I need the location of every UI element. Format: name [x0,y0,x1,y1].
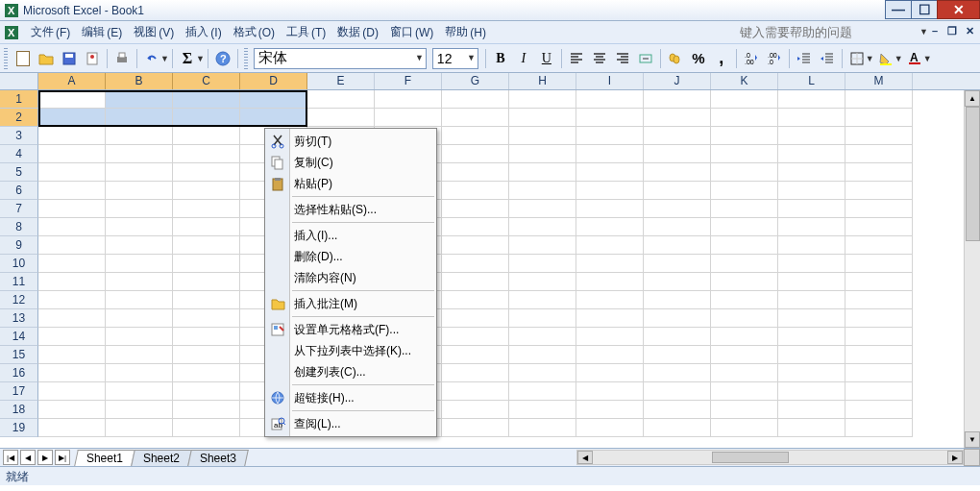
save-button[interactable] [59,48,80,69]
cell-G10[interactable] [442,255,509,273]
cell-H14[interactable] [509,328,576,346]
cell-B12[interactable] [106,291,173,309]
font-name-selector[interactable]: 宋体▼ [254,48,427,69]
cell-C10[interactable] [173,255,240,273]
cell-L3[interactable] [778,127,845,145]
cell-H12[interactable] [509,291,576,309]
cell-L13[interactable] [778,309,845,328]
cell-H19[interactable] [509,419,576,437]
cell-B19[interactable] [106,419,173,437]
cell-B14[interactable] [106,328,173,346]
cell-K2[interactable] [711,109,778,127]
cell-A1[interactable] [38,90,106,109]
cell-L5[interactable] [778,163,845,182]
cell-I15[interactable] [576,346,644,364]
borders-button[interactable] [846,48,868,69]
cell-A14[interactable] [38,328,106,346]
ctx-查阅l[interactable]: ab查阅(L)... [265,413,436,434]
cell-G19[interactable] [442,419,509,437]
cell-A5[interactable] [38,163,106,182]
cell-K17[interactable] [711,382,778,401]
cell-K18[interactable] [711,401,778,419]
cell-I6[interactable] [576,182,644,200]
row-header-11[interactable]: 11 [0,273,38,291]
cell-H10[interactable] [509,255,576,273]
cell-B2[interactable] [106,109,173,127]
cell-L10[interactable] [778,255,845,273]
cell-M5[interactable] [845,163,913,182]
cell-J11[interactable] [644,273,711,291]
column-header-D[interactable]: D [240,73,307,89]
cell-F1[interactable] [375,90,442,109]
cell-K4[interactable] [711,145,778,163]
cell-C17[interactable] [173,382,240,401]
cell-K11[interactable] [711,273,778,291]
cell-B4[interactable] [106,145,173,163]
cell-L7[interactable] [778,200,845,218]
cell-M4[interactable] [845,145,913,163]
sheet-tab-Sheet1[interactable]: Sheet1 [74,450,135,466]
cell-E2[interactable] [307,109,375,127]
cell-L14[interactable] [778,328,845,346]
cell-L2[interactable] [778,109,845,127]
help-search-input[interactable] [740,23,913,40]
cell-J18[interactable] [644,401,711,419]
column-header-F[interactable]: F [375,73,442,89]
ctx-从下拉列表中选择k[interactable]: 从下拉列表中选择(K)... [265,340,436,361]
percent-button[interactable]: % [688,48,709,69]
cell-K14[interactable] [711,328,778,346]
row-header-6[interactable]: 6 [0,182,38,200]
permission-button[interactable] [82,48,103,69]
hscroll-thumb[interactable] [712,452,789,463]
ctx-复制c[interactable]: 复制(C) [265,152,436,173]
column-header-L[interactable]: L [778,73,845,89]
cell-H5[interactable] [509,163,576,182]
maximize-button[interactable]: ☐ [911,0,938,19]
cell-C19[interactable] [173,419,240,437]
cell-H13[interactable] [509,309,576,328]
row-header-7[interactable]: 7 [0,200,38,218]
print-button[interactable] [111,48,133,69]
cell-M7[interactable] [845,200,913,218]
menu-窗口[interactable]: 窗口(W) [384,22,439,42]
cell-I2[interactable] [576,109,644,127]
cell-J13[interactable] [644,309,711,328]
cell-K13[interactable] [711,309,778,328]
cell-B6[interactable] [106,182,173,200]
tab-next-button[interactable]: ▶ [37,450,53,465]
cell-L6[interactable] [778,182,845,200]
row-header-19[interactable]: 19 [0,419,38,437]
column-header-H[interactable]: H [509,73,576,89]
excel-doc-icon[interactable]: X [4,25,19,40]
cell-I4[interactable] [576,145,644,163]
cell-K3[interactable] [711,127,778,145]
cell-H1[interactable] [509,90,576,109]
format-toolbar-handle[interactable] [244,48,248,69]
cell-C16[interactable] [173,364,240,382]
align-left-button[interactable] [566,48,587,69]
cell-B7[interactable] [106,200,173,218]
select-all-button[interactable] [0,73,38,89]
fill-dropdown-icon[interactable]: ▼ [894,54,903,63]
cell-C11[interactable] [173,273,240,291]
vscroll-thumb[interactable] [966,107,980,241]
menu-文件[interactable]: 文件(F) [25,22,76,42]
cell-H17[interactable] [509,382,576,401]
sheet-tab-Sheet2[interactable]: Sheet2 [131,450,192,466]
row-header-3[interactable]: 3 [0,127,38,145]
cell-M8[interactable] [845,218,913,236]
cell-K9[interactable] [711,236,778,255]
fontcolor-dropdown-icon[interactable]: ▼ [923,54,932,63]
cell-C7[interactable] [173,200,240,218]
horizontal-scrollbar[interactable]: ◀ ▶ [576,450,964,465]
cell-A11[interactable] [38,273,106,291]
row-header-2[interactable]: 2 [0,109,38,127]
cell-G18[interactable] [442,401,509,419]
cell-A18[interactable] [38,401,106,419]
cell-K19[interactable] [711,419,778,437]
scroll-up-button[interactable]: ▲ [965,90,980,107]
cell-J2[interactable] [644,109,711,127]
cell-G6[interactable] [442,182,509,200]
cell-C18[interactable] [173,401,240,419]
cell-A13[interactable] [38,309,106,328]
